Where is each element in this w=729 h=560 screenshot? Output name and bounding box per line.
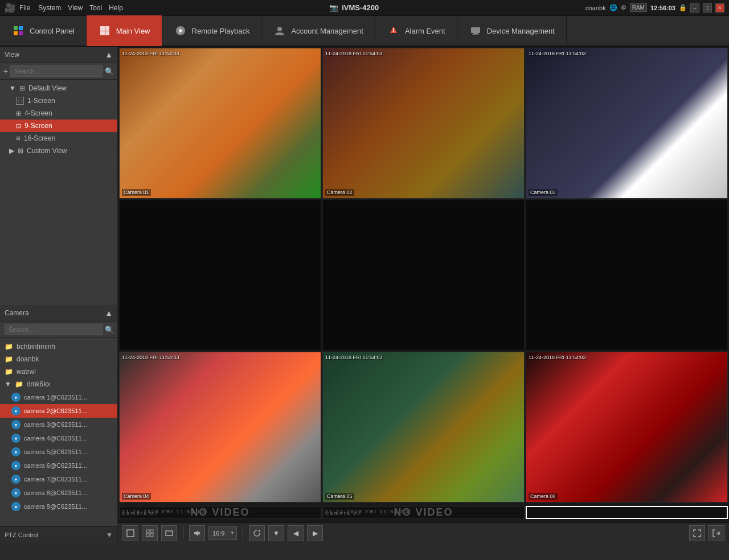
camera-cell-8[interactable]: 11-24-2018 FRI 11:54:03 Camera 05 <box>322 352 525 503</box>
mute-button[interactable] <box>189 525 205 541</box>
tree-item-16screen[interactable]: ⊞ 16-Screen <box>0 132 117 145</box>
camera-search-button[interactable]: 🔍 <box>105 326 114 334</box>
svg-rect-0 <box>14 26 18 30</box>
timestamp-7: 11-24-2018 FRI 11:54:03 <box>122 355 179 360</box>
account-management-icon <box>273 24 286 38</box>
network-icon: 🌐 <box>609 4 617 11</box>
titlebar-right: doanbk 🌐 ⚙ RAM 12:56:03 🔒 – □ ✕ <box>585 3 724 13</box>
timestamp-9: 11-24-2018 FRI 11:54:03 <box>529 355 586 360</box>
cam-status-icon-1: ● <box>11 393 21 402</box>
ptz-collapse-button[interactable]: ▼ <box>106 531 113 539</box>
cam-status-icon-7: ● <box>11 475 21 484</box>
layout-quad-button[interactable] <box>142 525 158 541</box>
tree-item-1screen[interactable]: □ 1-Screen <box>0 94 117 107</box>
camera-collapse-button[interactable]: ▲ <box>105 308 113 318</box>
folder-view-icon: ⊞ <box>19 84 25 92</box>
remote-playback-label: Remote Playback <box>192 27 250 35</box>
timestamp-2: 11-24-2018 FRI 11:54:03 <box>325 51 383 56</box>
tool-menu[interactable]: Tool <box>89 4 102 12</box>
fullscreen-button[interactable] <box>689 525 705 541</box>
camera-item-6[interactable]: ● camera 6@C623511... <box>0 459 117 472</box>
camera-cell-16-empty[interactable] <box>119 520 321 521</box>
tab-main-view[interactable]: Main View <box>87 15 162 46</box>
tab-control-panel[interactable]: Control Panel <box>0 15 87 46</box>
default-view-label: Default View <box>28 84 67 92</box>
screen16-icon: ⊞ <box>16 135 21 141</box>
group-dmk6kx[interactable]: ▼ 📁 dmk6kx <box>0 378 117 390</box>
account-management-label: Account Management <box>291 27 363 35</box>
view-collapse-button[interactable]: ▲ <box>105 50 113 59</box>
folder-icon-doanbk: 📁 <box>5 355 13 363</box>
camera-cell-14-novideo[interactable]: 11-24-2018 FRI 11:54:03 NO VIDEO Camera … <box>322 506 525 519</box>
camera-item-5[interactable]: ● camera 5@C623511... <box>0 445 117 459</box>
view-add-icon[interactable]: + <box>3 67 8 76</box>
view-menu[interactable]: View <box>68 4 83 12</box>
close-button[interactable]: ✕ <box>715 3 724 13</box>
refresh-button[interactable] <box>249 525 265 541</box>
minimize-button[interactable]: – <box>690 3 699 13</box>
camera-item-2[interactable]: ● camera 2@C623511... <box>0 404 117 418</box>
camera-cell-10-empty[interactable] <box>119 504 321 505</box>
help-menu[interactable]: Help <box>109 4 123 12</box>
tab-device-management[interactable]: Device Management <box>457 15 567 46</box>
file-menu[interactable]: File <box>19 4 30 12</box>
svg-rect-20 <box>150 534 153 537</box>
view-search-button[interactable]: 🔍 <box>105 67 114 76</box>
tab-remote-playback[interactable]: Remote Playback <box>162 15 262 46</box>
group-bchbinhminh-label: bchbinhminh <box>17 343 55 351</box>
dropdown-button[interactable]: ▼ <box>268 525 284 541</box>
camera-cell-9[interactable]: 11-24-2018 FRI 11:54:03 Camera 06 <box>526 352 728 503</box>
camera-cell-7[interactable]: 11-24-2018 FRI 11:54:03 Camera 04 <box>119 352 321 503</box>
camera-item-3[interactable]: ● camera 3@C623511... <box>0 418 117 431</box>
group-bchbinhminh[interactable]: 📁 bchbinhminh <box>0 340 117 353</box>
camera-item-8[interactable]: ● camera 8@C623511... <box>0 486 117 500</box>
camera-cell-5-empty[interactable] <box>322 200 525 351</box>
tree-item-custom-view[interactable]: ▶ ⊠ Custom View <box>0 145 117 157</box>
folder-icon-watrwl: 📁 <box>5 368 13 376</box>
camera-item-4[interactable]: ● camera 4@C623511... <box>0 431 117 445</box>
group-doanbk[interactable]: 📁 doanbk <box>0 353 117 365</box>
camera-cell-13-novideo[interactable]: 11-24-2018 FRI 11:54:03 NO VIDEO Camera … <box>119 506 321 519</box>
svg-rect-19 <box>146 534 149 537</box>
device-management-label: Device Management <box>487 27 555 35</box>
camera-item-7[interactable]: ● camera 7@C623511... <box>0 472 117 486</box>
camera-cell-11-empty[interactable] <box>322 504 525 505</box>
tab-alarm-event[interactable]: Alarm Event <box>375 15 457 46</box>
maximize-button[interactable]: □ <box>703 3 712 13</box>
camera-cell-18-empty[interactable] <box>526 520 728 521</box>
system-menu[interactable]: System <box>38 4 61 12</box>
camera-section: Camera ▲ 🔍 📁 bchbinhminh 📁 doanbk 📁 <box>0 305 117 526</box>
camera-cell-1[interactable]: 11-24-2018 FRI 11:54:03 Camera 01 <box>119 48 321 199</box>
cam-status-icon-8: ● <box>11 488 21 497</box>
toolbar-right <box>689 525 724 541</box>
camera-search-input[interactable] <box>5 324 103 335</box>
tree-item-9screen[interactable]: ⊟ 9-Screen <box>0 120 117 132</box>
camera-cell-3[interactable]: 11-24-2018 FRI 11:54:03 Camera 03 <box>526 48 728 199</box>
tree-item-default-view[interactable]: ▼ ⊞ Default View <box>0 82 117 94</box>
prev-button[interactable]: ◀ <box>288 525 304 541</box>
camera-cell-12-empty[interactable] <box>526 504 728 505</box>
camera-item-9[interactable]: ● camera 9@C623511... <box>0 500 117 513</box>
control-panel-label: Control Panel <box>30 27 75 35</box>
tree-item-4screen[interactable]: ⊞ 4-Screen <box>0 107 117 120</box>
camera-cell-4-empty[interactable] <box>119 200 321 351</box>
camera-item-1[interactable]: ● camera 1@C623511... <box>0 390 117 404</box>
device-management-icon <box>469 24 482 38</box>
exit-button[interactable] <box>708 525 724 541</box>
camera-cell-17-empty[interactable] <box>322 520 525 521</box>
camera-cell-15-selected[interactable] <box>526 506 728 519</box>
camera-cell-2[interactable]: 11-24-2018 FRI 11:54:03 Camera 02 <box>322 48 525 199</box>
group-watrwl[interactable]: 📁 watrwl <box>0 365 117 378</box>
camera-cell-6-empty[interactable] <box>526 200 728 351</box>
layout-single-button[interactable] <box>122 525 138 541</box>
tab-account-management[interactable]: Account Management <box>261 15 375 46</box>
titlebar: 🎥 File System View Tool Help 📷 iVMS-4200… <box>0 0 729 16</box>
next-button[interactable]: ▶ <box>307 525 323 541</box>
view-search-input[interactable] <box>10 65 103 77</box>
camera-7-label: camera 7@C623511... <box>24 476 87 483</box>
cam-status-icon-2: ● <box>11 406 21 415</box>
layout-single2-button[interactable] <box>161 525 177 541</box>
camera-1-label: camera 1@C623511... <box>24 394 87 401</box>
aspect-ratio-select[interactable]: 16:9 4:3 1:1 <box>208 526 237 540</box>
label-9: Camera 06 <box>529 493 558 500</box>
